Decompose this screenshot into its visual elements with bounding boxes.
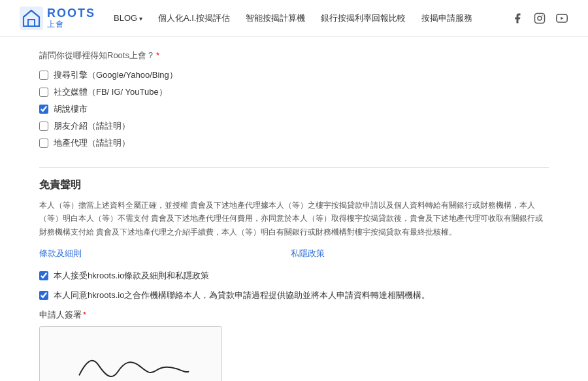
logo-icon (20, 7, 43, 30)
checkbox-social-media[interactable]: 社交媒體（FB/ IG/ YouTube） (39, 86, 549, 98)
signature-label: 申請人簽署* (39, 309, 549, 321)
checkbox-property-agent-input[interactable] (39, 139, 48, 148)
nav-rate-comparison[interactable]: 銀行按揭利率回報比較 (321, 12, 406, 24)
agreement-partners-input[interactable] (39, 291, 48, 300)
checkbox-property-agent[interactable]: 地產代理（請註明） (39, 137, 549, 149)
logo[interactable]: ROOTS 上會 (20, 7, 95, 30)
checkbox-friend-referral-input[interactable] (39, 122, 48, 131)
facebook-icon[interactable] (511, 12, 524, 25)
svg-point-3 (538, 16, 542, 20)
signature-svg (40, 327, 221, 381)
nav-social (511, 12, 568, 25)
youtube-icon[interactable] (555, 12, 568, 25)
checkbox-friend-referral[interactable]: 朋友介紹（請註明） (39, 120, 549, 132)
checkbox-hushuo-input[interactable] (39, 105, 48, 114)
disclaimer-text: 本人（等）擔當上述資料全屬正確，並授權 貴會及下述地產代理據本人（等）之樓宇按揭… (39, 199, 549, 239)
nav-ai-assessment[interactable]: 個人化A.I.按揭評估 (158, 12, 231, 24)
checkbox-list: 搜尋引擎（Google/Yahoo/Bing） 社交媒體（FB/ IG/ You… (39, 69, 549, 149)
section-divider (39, 167, 549, 168)
navbar: ROOTS 上會 BLOG 個人化A.I.按揭評估 智能按揭計算機 銀行按揭利率… (0, 0, 588, 37)
nav-links: BLOG 個人化A.I.按揭評估 智能按揭計算機 銀行按揭利率回報比較 按揭申請… (114, 12, 511, 24)
terms-link[interactable]: 條款及細則 (39, 248, 82, 259)
agreement-partners-checkbox[interactable]: 本人同意hkroots.io之合作機構聯絡本人，為貸款申請過程提供協助並將本人申… (39, 290, 549, 301)
agreement-terms-input[interactable] (39, 271, 48, 280)
signature-box[interactable] (39, 326, 222, 381)
checkbox-search-engine-input[interactable] (39, 71, 48, 80)
checkbox-search-engine[interactable]: 搜尋引擎（Google/Yahoo/Bing） (39, 69, 549, 81)
agreement-terms-checkbox[interactable]: 本人接受hkroots.io條款及細則和私隱政策 (39, 270, 549, 282)
logo-text: ROOTS 上會 (47, 7, 95, 29)
nav-blog[interactable]: BLOG (114, 13, 142, 23)
question-label: 請問你從哪裡得知Roots上會？* (39, 50, 549, 61)
svg-point-4 (542, 15, 543, 16)
svg-rect-2 (535, 13, 545, 23)
nav-calculator[interactable]: 智能按揭計算機 (246, 12, 305, 24)
policy-links: 條款及細則 私隱政策 (39, 248, 549, 259)
nav-application-service[interactable]: 按揭申請服務 (421, 12, 472, 24)
checkbox-social-media-input[interactable] (39, 88, 48, 97)
checkbox-hushuo[interactable]: 胡說樓市 (39, 103, 549, 115)
instagram-icon[interactable] (533, 12, 546, 25)
disclaimer-title: 免責聲明 (39, 178, 549, 192)
svg-marker-5 (561, 16, 563, 20)
main-content: 請問你從哪裡得知Roots上會？* 搜尋引擎（Google/Yahoo/Bing… (0, 37, 588, 381)
privacy-link[interactable]: 私隱政策 (291, 248, 325, 259)
